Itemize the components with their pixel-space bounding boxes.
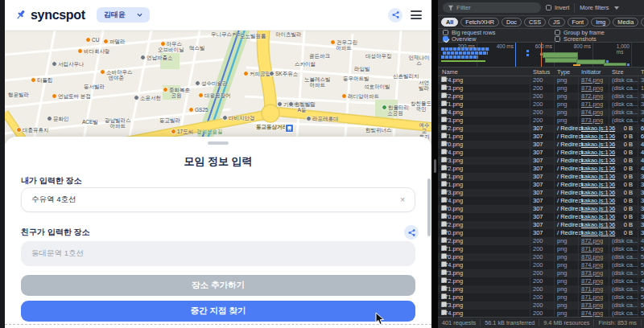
request-initiator-link[interactable]: kakao.js:106 [581,157,615,165]
network-request-row[interactable]: 870.png307/ Redirectkakao.js:1060 B4 [438,141,644,149]
request-initiator-link[interactable]: 872.png [581,92,603,100]
network-request-row[interactable]: 872.png307/ Redirectkakao.js:1060 B4 [438,165,644,173]
request-initiator-link[interactable]: kakao.js:106 [581,205,615,213]
network-request-row[interactable]: 870.png200png870.png(disk ca...5 [438,253,644,261]
devtools-scrollbar[interactable] [434,159,436,173]
filter-chip-all[interactable]: All [441,18,458,27]
filter-chip-manifest[interactable]: Manifest [641,18,644,27]
request-initiator-link[interactable]: 873.png [581,117,603,125]
network-request-row[interactable]: 871.png200png871.png(disk ca...5 [438,285,644,293]
network-request-row[interactable]: 872.png307/ Redirectkakao.js:1060 B6 [438,125,644,133]
page-scrollbar[interactable] [427,178,431,236]
menu-icon[interactable] [411,10,422,19]
request-initiator-link[interactable]: 873.png [581,269,603,277]
network-request-row[interactable]: 874.png200png874.png(disk ca...5 [438,310,644,317]
network-request-row[interactable]: 871.png307/ Redirectkakao.js:1060 B3 [438,173,644,181]
filter-chip-font[interactable]: Font [568,18,589,27]
network-request-row[interactable]: 873.png200png873.png(disk ca...5 [438,269,644,277]
network-overview-timeline[interactable]: 200 ms400 ms600 ms800 ms1,000 ms [438,43,644,68]
request-initiator-link[interactable]: 874.png [581,261,603,269]
request-initiator-link[interactable]: 874.png [581,109,603,117]
network-request-row[interactable]: 873.png307/ Redirectkakao.js:1060 B4 [438,157,644,165]
network-request-row[interactable]: 874.png307/ Redirectkakao.js:1060 B3 [438,197,644,205]
request-initiator-link[interactable]: kakao.js:106 [581,149,615,157]
column-header-time[interactable]: Ti [641,68,644,76]
network-request-row[interactable]: 874.png200png874.png(disk ca...5 [438,261,644,269]
filter-chip-doc[interactable]: Doc [502,18,522,27]
network-request-row[interactable]: 872.png200png872.png(disk ca...4 [438,277,644,285]
network-request-row[interactable]: 872.png200png872.png(disk ca...3 [438,92,644,100]
request-initiator-link[interactable]: kakao.js:106 [581,213,615,221]
network-request-row[interactable]: 871.png307/ Redirectkakao.js:1060 B3 [438,181,644,189]
request-initiator-link[interactable]: kakao.js:106 [581,189,615,197]
more-filters-button[interactable]: More filters [580,4,619,11]
request-initiator-link[interactable]: 873.png [581,301,603,310]
network-request-row[interactable]: 873.png200png873.png(disk ca...4 [438,117,644,125]
filter-chip-css[interactable]: CSS [524,18,546,27]
header-share-button[interactable] [388,8,402,23]
network-request-row[interactable]: 871.png200png871.png(disk ca...3 [438,100,644,109]
network-request-row[interactable]: 871.png200png871.png(disk ca...5 [438,245,644,253]
friend-place-input[interactable]: 동대문역 1호선 [21,241,415,266]
filter-chip-media[interactable]: Media [613,18,638,27]
request-initiator-link[interactable]: kakao.js:106 [581,165,615,173]
column-header-size[interactable]: Size [612,68,624,76]
logo[interactable]: syncspot [14,8,85,23]
map-poi-icon [269,71,275,76]
column-header-initiator[interactable]: Initiator [581,68,601,76]
network-request-row[interactable]: 870.png307/ Redirectkakao.js:1060 B3 [438,205,644,213]
request-initiator-link[interactable]: kakao.js:106 [581,181,615,189]
map-canvas[interactable]: CU바다회사랑서림사우나파델라소바하우스 엔야준터틀힙동서빌라행운빌라연남토마 … [5,31,431,148]
invert-checkbox[interactable]: Invert [546,4,569,11]
network-request-row[interactable]: 871.png307/ Redirectkakao.js:1060 B6 [438,133,644,141]
find-midpoint-button[interactable]: 중간 지점 찾기 [21,301,415,322]
request-initiator-link[interactable]: 873.png [581,84,603,92]
request-initiator-link[interactable]: kakao.js:106 [581,173,615,181]
network-request-row[interactable]: 871.png200png871.png(disk ca...5 [438,293,644,301]
request-status: 200 [533,76,543,84]
request-initiator-link[interactable]: 872.png [581,237,603,245]
network-request-row[interactable]: 874.png307/ Redirectkakao.js:1060 B4 [438,149,644,157]
request-initiator-link[interactable]: 874.png [581,310,603,317]
filter-input[interactable]: Filter [443,2,541,13]
request-type: png [557,100,568,109]
invite-share-button[interactable] [404,225,419,240]
column-header-type[interactable]: Type [557,68,570,76]
request-initiator-link[interactable]: 870.png [581,253,603,261]
request-initiator-link[interactable]: kakao.js:106 [581,229,615,237]
request-name: 874.png [441,109,463,117]
request-initiator-link[interactable]: 871.png [581,285,603,293]
network-request-row[interactable]: 874.png200png874.png(disk ca...3 [438,109,644,117]
request-initiator-link[interactable]: 871.png [581,245,603,253]
request-initiator-link[interactable]: 871.png [581,100,603,109]
network-request-row[interactable]: 872.png200png872.png(disk ca...4 [438,237,644,245]
user-dropdown[interactable]: 김태윤 [97,7,150,23]
request-initiator-link[interactable]: 871.png [581,293,603,301]
column-header-status[interactable]: Status [533,68,550,76]
network-request-row[interactable]: 870.png307/ Redirectkakao.js:1060 B3 [438,229,644,237]
add-place-button[interactable]: 장소 추가하기 [21,275,415,296]
filter-chip-js[interactable]: JS [548,18,565,27]
overview-checkbox[interactable]: Overview [443,35,555,43]
request-initiator-link[interactable]: kakao.js:106 [581,125,615,133]
network-request-row[interactable]: 870.png307/ Redirectkakao.js:1060 B3 [438,213,644,221]
network-request-row[interactable]: 872.png307/ Redirectkakao.js:1060 B3 [438,221,644,229]
clear-input-icon[interactable]: × [400,195,405,204]
request-initiator-link[interactable]: kakao.js:106 [581,133,615,141]
network-request-row[interactable]: 873.png200png873.png(disk ca...5 [438,301,644,310]
request-initiator-link[interactable]: kakao.js:106 [581,221,615,229]
request-status: 307 [533,213,543,221]
request-initiator-link[interactable]: kakao.js:106 [581,197,615,205]
request-initiator-link[interactable]: 874.png [581,76,603,84]
network-request-row[interactable]: 874.png200png874.png(disk ca...3 [438,76,644,84]
screenshots-checkbox[interactable]: Screenshots [555,35,639,43]
filter-chip-img[interactable]: Img [591,18,610,27]
my-place-input[interactable]: 수유역 4호선 × [21,187,415,212]
network-request-row[interactable]: 873.png307/ Redirectkakao.js:1060 B3 [438,189,644,197]
request-initiator-link[interactable]: kakao.js:106 [581,141,615,149]
request-initiator-link[interactable]: 872.png [581,277,603,285]
network-request-row[interactable]: 873.png200png873.png(disk ca...1 [438,84,644,92]
filter-chip-fetch-xhr[interactable]: Fetch/XHR [460,18,499,27]
column-header-name[interactable]: Name [442,68,458,76]
sheet-drag-handle[interactable] [208,141,229,145]
